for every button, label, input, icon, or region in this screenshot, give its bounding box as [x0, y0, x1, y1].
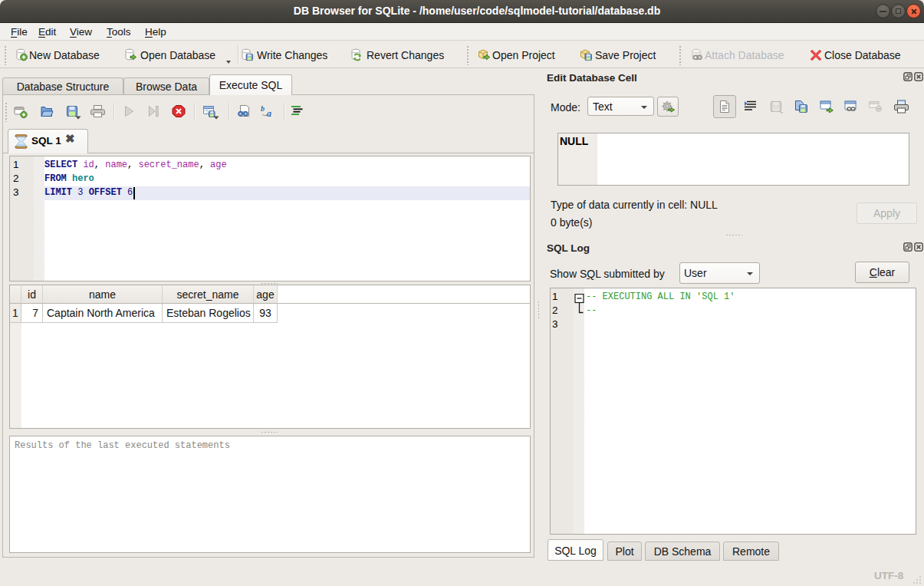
- svg-text:a: a: [267, 108, 271, 118]
- svg-text:b: b: [261, 104, 265, 113]
